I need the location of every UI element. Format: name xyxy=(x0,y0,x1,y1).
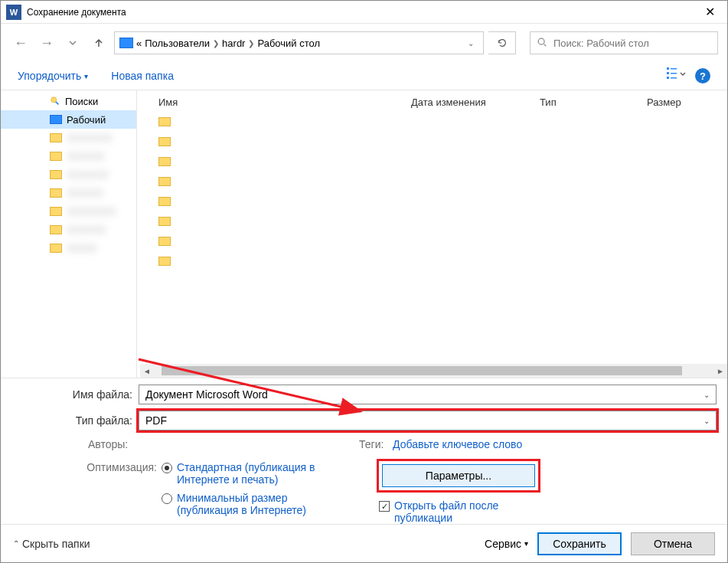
scroll-left-button[interactable]: ◄ xyxy=(140,367,154,375)
folder-icon xyxy=(158,157,171,166)
list-item[interactable] xyxy=(158,133,727,150)
folder-icon xyxy=(50,152,62,161)
save-button[interactable]: Сохранить xyxy=(537,532,622,555)
list-item[interactable] xyxy=(158,113,727,130)
address-seg-desktop[interactable]: Рабочий стол xyxy=(257,38,320,49)
folder-icon xyxy=(50,170,62,179)
address-dropdown[interactable]: ⌄ xyxy=(463,39,478,47)
svg-rect-3 xyxy=(667,77,669,79)
back-button[interactable]: ← xyxy=(10,32,31,54)
chevron-down-icon[interactable]: ⌄ xyxy=(704,417,710,425)
svg-rect-4 xyxy=(671,68,677,70)
filename-input[interactable]: Документ Microsoft Word ⌄ xyxy=(139,385,717,404)
annotation-highlight: Параметры... xyxy=(379,461,538,490)
col-date[interactable]: Дата изменения xyxy=(411,97,540,108)
col-name[interactable]: Имя xyxy=(158,97,411,108)
folder-icon xyxy=(50,244,62,253)
filetype-label: Тип файла: xyxy=(11,414,139,427)
optimize-label: Оптимизация: xyxy=(70,461,162,524)
tree-item-desktop[interactable]: Рабочий xyxy=(1,110,136,129)
file-rows[interactable] xyxy=(140,113,727,364)
svg-rect-5 xyxy=(671,73,677,74)
search-box[interactable]: Поиск: Рабочий стол xyxy=(530,31,718,54)
svg-point-7 xyxy=(51,97,57,103)
close-button[interactable]: ✕ xyxy=(692,1,727,24)
new-folder-button[interactable]: Новая папка xyxy=(111,70,174,82)
scroll-right-button[interactable]: ► xyxy=(713,367,727,375)
tree-item[interactable] xyxy=(1,147,136,165)
chevron-up-icon: ⌃ xyxy=(13,539,19,548)
cancel-button[interactable]: Отмена xyxy=(631,532,715,555)
scrollbar-track[interactable] xyxy=(154,365,713,376)
folder-icon xyxy=(158,197,171,206)
tree-item[interactable] xyxy=(1,184,136,202)
address-seg-user[interactable]: hardr xyxy=(222,38,245,49)
horizontal-scrollbar[interactable]: ◄ ► xyxy=(140,364,727,378)
folder-icon xyxy=(158,217,171,226)
tree-item[interactable] xyxy=(1,165,136,184)
organize-menu[interactable]: Упорядочить ▾ xyxy=(18,70,88,82)
list-item[interactable] xyxy=(158,173,727,190)
chevron-down-icon: ▾ xyxy=(84,72,88,80)
refresh-button[interactable] xyxy=(488,31,516,54)
list-item[interactable] xyxy=(158,153,727,170)
address-seg-users[interactable]: Пользователи xyxy=(145,38,210,49)
chevron-right-icon[interactable]: ❯ xyxy=(213,39,219,47)
filename-label: Имя файла: xyxy=(11,388,139,401)
up-button[interactable] xyxy=(88,32,109,54)
column-headers: Имя Дата изменения Тип Размер xyxy=(140,90,727,113)
col-type[interactable]: Тип xyxy=(540,97,647,108)
svg-rect-2 xyxy=(667,72,669,74)
svg-rect-6 xyxy=(671,77,677,79)
options-button[interactable]: Параметры... xyxy=(382,464,535,487)
list-item[interactable] xyxy=(158,233,727,250)
folder-icon xyxy=(158,257,171,266)
tree-item[interactable] xyxy=(1,221,136,239)
folder-tree[interactable]: Поиски Рабочий xyxy=(1,90,137,378)
scrollbar-thumb[interactable] xyxy=(162,366,682,375)
help-button[interactable]: ? xyxy=(695,68,710,83)
hide-folders-button[interactable]: ⌃ Скрыть папки xyxy=(13,538,90,550)
folder-icon xyxy=(50,133,62,142)
radio-icon xyxy=(162,493,172,504)
list-item[interactable] xyxy=(158,193,727,210)
folder-icon xyxy=(158,137,171,146)
address-root: « xyxy=(136,38,142,49)
filetype-select[interactable]: PDF ⌄ xyxy=(139,411,717,430)
open-after-checkbox[interactable]: ✓ Открыть файл после публикации xyxy=(379,499,547,524)
address-bar[interactable]: « Пользователи ❯ hardr ❯ Рабочий стол ⌄ xyxy=(114,31,484,54)
optimize-minimal-radio[interactable]: Минимальный размер (публикация в Интерне… xyxy=(162,492,330,516)
recent-locations-button[interactable] xyxy=(62,32,83,54)
tree-item-searches[interactable]: Поиски xyxy=(1,92,136,110)
toolbar: Упорядочить ▾ Новая папка ? xyxy=(1,62,727,90)
dialog-footer: ⌃ Скрыть папки Сервис ▾ Сохранить Отмена xyxy=(1,524,727,562)
searches-icon xyxy=(50,96,60,106)
add-tag-link[interactable]: Добавьте ключевое слово xyxy=(393,438,522,450)
save-dialog: W Сохранение документа ✕ ← → « Пользоват… xyxy=(0,0,728,563)
svg-rect-1 xyxy=(667,67,669,70)
tree-item[interactable] xyxy=(1,202,136,221)
folder-icon xyxy=(50,225,62,234)
folder-icon xyxy=(158,117,171,126)
search-icon xyxy=(537,37,547,50)
col-size[interactable]: Размер xyxy=(647,97,681,108)
list-item[interactable] xyxy=(158,253,727,270)
folder-icon xyxy=(50,188,62,198)
folder-icon xyxy=(50,207,62,216)
chevron-down-icon[interactable]: ⌄ xyxy=(704,391,710,399)
optimize-standard-radio[interactable]: Стандартная (публикация в Интернете и пе… xyxy=(162,461,330,486)
search-placeholder: Поиск: Рабочий стол xyxy=(553,38,649,49)
save-fields: Имя файла: Документ Microsoft Word ⌄ Тип… xyxy=(1,378,727,524)
tree-item[interactable] xyxy=(1,129,136,147)
chevron-right-icon[interactable]: ❯ xyxy=(248,39,254,47)
titlebar: W Сохранение документа ✕ xyxy=(1,1,727,24)
forward-button[interactable]: → xyxy=(36,32,57,54)
nav-row: ← → « Пользователи ❯ hardr ❯ Рабочий сто… xyxy=(1,24,727,62)
tools-menu[interactable]: Сервис ▾ xyxy=(485,538,528,550)
view-options-button[interactable] xyxy=(666,66,686,86)
file-list: Имя Дата изменения Тип Размер ◄ xyxy=(140,90,727,378)
list-item[interactable] xyxy=(158,213,727,230)
checkbox-icon: ✓ xyxy=(379,501,390,512)
radio-icon xyxy=(162,463,172,473)
tree-item[interactable] xyxy=(1,239,136,257)
